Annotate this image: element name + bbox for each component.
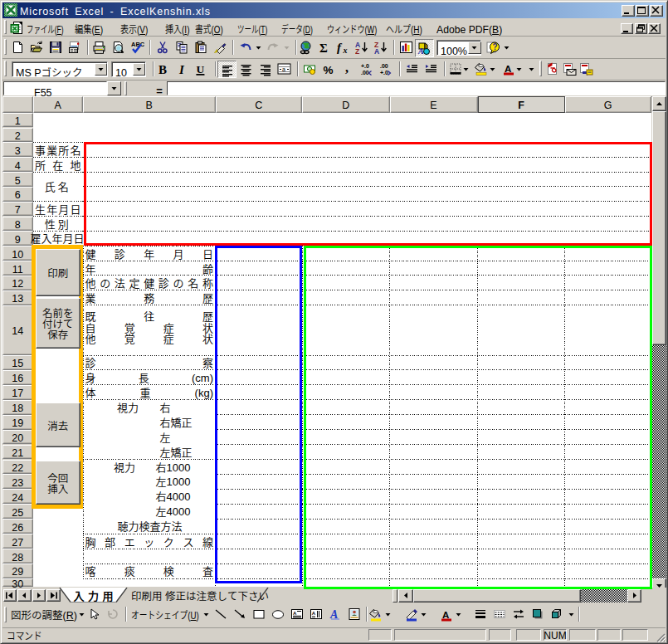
svg-text:A: A [293, 611, 297, 616]
svg-text:A: A [442, 609, 449, 619]
svg-text:A: A [311, 611, 315, 616]
